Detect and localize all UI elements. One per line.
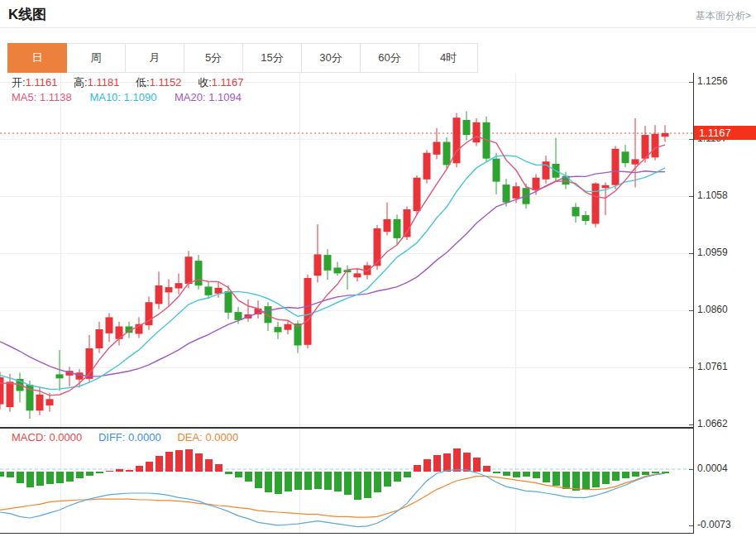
price-axis-label: 1.0860: [697, 304, 728, 315]
high-value: 高:1.1181: [74, 76, 119, 89]
price-axis-label: 1.1058: [697, 189, 728, 201]
tab-15分[interactable]: 15分: [242, 43, 302, 73]
axes: [0, 73, 694, 534]
price-axis-label: 1.0761: [697, 361, 728, 372]
macd-axis-label: -0.0073: [697, 519, 731, 530]
price-axis-label: 1.0662: [697, 418, 728, 429]
candles: [0, 112, 669, 420]
close-value: 收:1.1167: [198, 76, 243, 89]
ma10-value: MA10: 1.1090: [89, 91, 156, 103]
dea-value: DEA: 0.0000: [177, 431, 238, 444]
tab-4时[interactable]: 4时: [419, 43, 478, 73]
fundamental-analysis-link[interactable]: 基本面分析>: [696, 9, 751, 23]
tab-60分[interactable]: 60分: [360, 43, 419, 73]
current-price-tag: 1.1167: [694, 126, 756, 140]
open-value: 开:1.1161: [12, 76, 57, 89]
low-value: 低:1.1152: [136, 76, 181, 89]
ma10-line: [0, 156, 665, 390]
macd-histogram: [0, 448, 669, 500]
price-axis-label: 1.1256: [697, 75, 728, 87]
tab-30分[interactable]: 30分: [301, 43, 361, 73]
page-title: K线图: [8, 5, 46, 24]
tab-月[interactable]: 月: [125, 43, 184, 73]
ma5-value: MA5: 1.1138: [12, 91, 72, 103]
ma20-value: MA20: 1.1094: [175, 91, 242, 103]
tab-5分[interactable]: 5分: [184, 43, 243, 73]
macd-value: MACD: 0.0000: [12, 431, 82, 444]
ohlc-legend: 开:1.1161 高:1.1181 低:1.1152 收:1.1167: [12, 75, 257, 90]
ma-legend: MA5: 1.1138 MA10: 1.1090 MA20: 1.1094: [12, 91, 256, 103]
macd-legend: MACD: 0.0000 DIFF: 0.0000 DEA: 0.0000: [12, 431, 251, 444]
tab-周[interactable]: 周: [66, 43, 126, 73]
macd-axis-label: 0.0004: [697, 463, 728, 474]
tab-日[interactable]: 日: [7, 43, 67, 73]
diff-value: DIFF: 0.0000: [98, 431, 161, 444]
price-axis-label: 1.0959: [697, 247, 728, 258]
gridlines: [0, 73, 693, 533]
period-tab-bar: 日周月5分15分30分60分4时: [8, 43, 478, 73]
header-divider: [0, 27, 756, 28]
